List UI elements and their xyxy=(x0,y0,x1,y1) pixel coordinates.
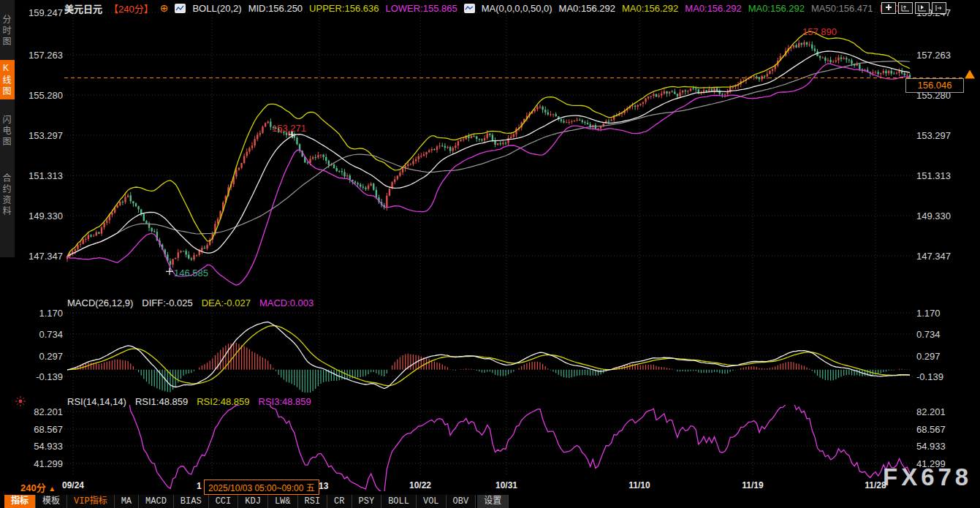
time-axis-label: 10/22 xyxy=(400,480,441,490)
price-axis-label: 155.280 xyxy=(18,90,63,101)
symbol-name: 美元日元 xyxy=(64,1,102,15)
macd-diff-value: DIFF:-0.025 xyxy=(142,297,192,308)
boll-indicator-icon[interactable] xyxy=(175,4,186,13)
toolbar-lw-button[interactable]: LW& xyxy=(268,495,298,508)
axis-play-icon[interactable] xyxy=(915,2,930,14)
ma-indicator-icon[interactable] xyxy=(464,4,475,13)
rsi-header: RSI(14,14,14) RSI1:48.859 RSI2:48.859 RS… xyxy=(67,396,311,407)
toolbar-ma-button[interactable]: MA xyxy=(115,495,139,508)
indicator-toolbar: 指标 模板 VIP指标 MA MACD BIAS CCI KDJ LW& RSI… xyxy=(4,495,509,508)
chart-header: 美元日元 【240分】 ⊕ BOLL(20,2) MID:156.250 UPP… xyxy=(64,1,907,15)
price-axis-label: 159.247 xyxy=(18,7,63,18)
price-axis-label: 153.297 xyxy=(916,130,968,141)
rsi2-value: RSI2:48.859 xyxy=(197,396,249,407)
rsi-layer xyxy=(105,395,910,493)
cross-marker-icon xyxy=(166,268,173,275)
rsi-axis-label: 41.299 xyxy=(18,458,63,469)
add-compare-icon[interactable]: ⊕ xyxy=(160,2,169,14)
crosshair-icon[interactable] xyxy=(881,2,896,14)
crosshair-price-annotation: 153.271 xyxy=(272,123,306,134)
rsi-axis-label: 82.201 xyxy=(18,406,63,417)
rsi1-value: RSI1:48.859 xyxy=(135,396,188,407)
macd-axis-label: 0.297 xyxy=(916,351,968,362)
macd-axis-label: 1.170 xyxy=(18,308,63,319)
boll-upper-value: UPPER:156.636 xyxy=(309,3,379,14)
macd-layer xyxy=(67,322,910,395)
toolbar-psy-button[interactable]: PSY xyxy=(352,495,382,508)
price-axis-label: 149.330 xyxy=(916,211,968,221)
time-label-fragment: 13 xyxy=(319,481,328,491)
high-price-annotation: 157.890 xyxy=(802,26,837,37)
toolbar-cci-button[interactable]: CCI xyxy=(209,495,239,508)
macd-name: MACD(26,12,9) xyxy=(67,297,133,308)
price-axis-label: 151.313 xyxy=(18,170,63,181)
price-axis-label: 147.347 xyxy=(916,251,968,262)
toolbar-boll-button[interactable]: BOLL xyxy=(381,495,417,508)
period-selector[interactable]: 240分 ▲ xyxy=(20,480,56,494)
macd-dea-value: DEA:-0.027 xyxy=(202,297,251,308)
ma0-value-1: MA0:156.292 xyxy=(559,3,615,14)
period-label[interactable]: 【240分】 xyxy=(109,1,153,15)
boll-lower-value: LOWER:155.865 xyxy=(386,3,457,14)
last-price-arrow-icon xyxy=(965,70,975,79)
sidebar-item-contract-info[interactable]: 合约资料 xyxy=(0,162,15,228)
axis-zoom-in-icon[interactable] xyxy=(898,2,913,14)
pan-right-icon[interactable] xyxy=(932,2,946,14)
ma0-value-4: MA0:156.292 xyxy=(748,3,805,14)
time-axis-label: 11/19 xyxy=(732,480,773,490)
ma0-value-2: MA0:156.292 xyxy=(622,3,678,14)
macd-axis-label: 1.170 xyxy=(916,308,968,319)
time-axis-label: 11/10 xyxy=(619,480,660,490)
time-label-fragment: 1 xyxy=(197,481,202,491)
price-axis-label: 157.263 xyxy=(18,50,63,61)
time-axis-label: 10/31 xyxy=(486,480,527,490)
time-axis-label: 09/24 xyxy=(53,480,94,490)
candles-layer xyxy=(67,31,911,285)
macd-value: MACD:0.003 xyxy=(259,297,314,308)
boll-mid-value: MID:156.250 xyxy=(248,3,303,14)
toolbar-bias-button[interactable]: BIAS xyxy=(174,495,209,508)
rsi-axis-label: 82.201 xyxy=(916,406,968,417)
toolbar-template-button[interactable]: 模板 xyxy=(36,495,67,508)
macd-axis-label: -0.139 xyxy=(18,371,63,382)
rsi-axis-label: 68.567 xyxy=(916,424,968,435)
ma50-value: MA50:156.471 xyxy=(811,3,873,14)
price-axis-label: 157.263 xyxy=(916,50,968,61)
macd-header: MACD(26,12,9) DIFF:-0.025 DEA:-0.027 MAC… xyxy=(67,297,314,308)
toolbar-indicators-button[interactable]: 指标 xyxy=(4,495,36,508)
low-price-annotation: 146.585 xyxy=(174,268,208,278)
watermark-logo: FX678 xyxy=(883,463,972,491)
toolbar-vip-button[interactable]: VIP指标 xyxy=(67,495,115,508)
boll-name: BOLL(20,2) xyxy=(192,3,241,14)
rsi-axis-label: 54.933 xyxy=(916,441,968,452)
price-axis-label: 147.347 xyxy=(18,251,63,262)
left-sidebar: 分时图 K线图 闪电图 合约资料 xyxy=(0,0,15,257)
chart-canvas[interactable] xyxy=(0,0,980,508)
toolbar-rsi-button[interactable]: RSI xyxy=(298,495,328,508)
sidebar-item-flash-chart[interactable]: 闪电图 xyxy=(0,106,15,156)
last-price-tag: 156.046 xyxy=(905,78,964,93)
macd-axis-label: 0.297 xyxy=(18,351,63,362)
price-axis-label: 149.330 xyxy=(18,211,63,221)
sidebar-item-kline-chart[interactable]: K线图 xyxy=(0,60,15,99)
rsi3-value: RSI3:48.859 xyxy=(259,396,311,407)
chart-tools xyxy=(881,2,946,14)
macd-axis-label: 0.734 xyxy=(916,329,968,340)
rsi-name: RSI(14,14,14) xyxy=(67,396,126,407)
rsi-axis-label: 68.567 xyxy=(18,424,63,435)
toolbar-settings-button[interactable]: 设置 xyxy=(477,495,509,508)
macd-axis-label: 0.734 xyxy=(18,329,63,340)
toolbar-macd-button[interactable]: MACD xyxy=(139,495,174,508)
ma-name: MA(0,0,0,0,50,0) xyxy=(482,3,552,14)
ma0-value-3: MA0:156.292 xyxy=(685,3,741,14)
toolbar-obv-button[interactable]: OBV xyxy=(447,495,476,508)
price-axis-label: 153.297 xyxy=(18,130,63,141)
price-axis-label: 151.313 xyxy=(916,170,968,181)
macd-axis-label: -0.139 xyxy=(916,371,968,382)
toolbar-vol-button[interactable]: VOL xyxy=(417,495,447,508)
toolbar-cr-button[interactable]: CR xyxy=(327,495,352,508)
rsi-axis-label: 54.933 xyxy=(18,441,63,452)
toolbar-kdj-button[interactable]: KDJ xyxy=(238,495,268,508)
sidebar-item-timeline-chart[interactable]: 分时图 xyxy=(0,6,15,56)
crosshair-time-box: 2025/10/03 05:00~09:00 五 xyxy=(204,479,319,495)
